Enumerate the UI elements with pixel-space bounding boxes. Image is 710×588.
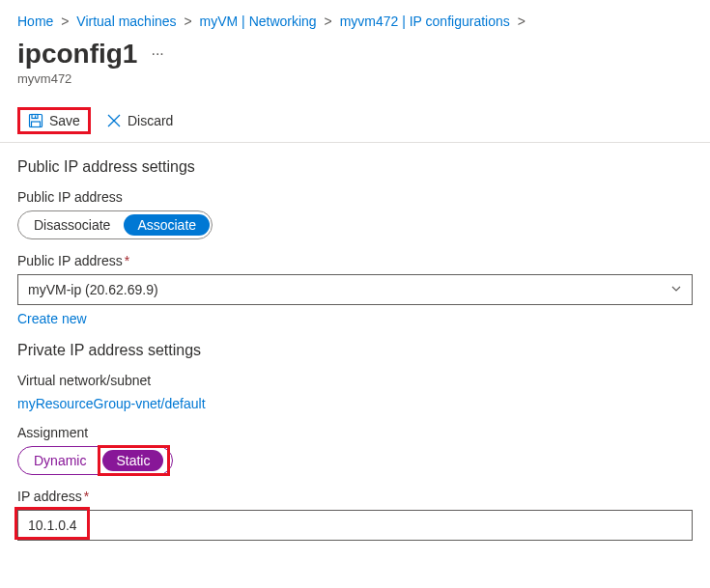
breadcrumb-sep: >	[184, 14, 191, 29]
svg-rect-2	[32, 122, 41, 127]
vnet-link[interactable]: myResourceGroup-vnet/default	[17, 396, 206, 411]
breadcrumb-ipconfigs[interactable]: myvm472 | IP configurations	[340, 14, 510, 29]
assignment-toggle[interactable]: Dynamic Static	[17, 446, 173, 475]
public-ip-dropdown-label: Public IP address*	[17, 253, 693, 268]
breadcrumb-vms[interactable]: Virtual machines	[76, 14, 176, 29]
save-label: Save	[49, 113, 80, 128]
associate-pill[interactable]: Associate	[124, 214, 210, 236]
save-button[interactable]: Save	[17, 107, 91, 134]
close-icon	[106, 113, 122, 128]
public-ip-toggle[interactable]: Disassociate Associate	[17, 210, 213, 239]
breadcrumb-sep: >	[325, 14, 332, 29]
ip-address-input[interactable]	[17, 510, 693, 541]
page-title: ipconfig1	[17, 39, 137, 70]
create-new-link[interactable]: Create new	[17, 311, 87, 326]
required-asterisk: *	[125, 253, 129, 268]
dynamic-pill[interactable]: Dynamic	[20, 450, 99, 471]
static-highlight: Static	[98, 445, 170, 476]
public-ip-heading: Public IP address settings	[17, 158, 693, 176]
chevron-down-icon	[670, 283, 682, 297]
public-ip-select[interactable]: myVM-ip (20.62.69.9)	[17, 274, 693, 305]
disassociate-pill[interactable]: Disassociate	[20, 214, 124, 236]
vnet-label: Virtual network/subnet	[17, 373, 693, 388]
ip-address-field-container	[17, 510, 693, 541]
discard-label: Discard	[128, 113, 173, 128]
public-ip-label: Public IP address	[17, 189, 693, 205]
static-pill[interactable]: Static	[102, 450, 163, 471]
ip-address-label: IP address*	[17, 489, 693, 504]
page-title-row: ipconfig1 ···	[0, 37, 710, 71]
public-ip-select-value: myVM-ip (20.62.69.9)	[28, 282, 158, 297]
breadcrumb-networking[interactable]: myVM | Networking	[200, 14, 317, 29]
discard-button[interactable]: Discard	[99, 109, 181, 132]
breadcrumb: Home > Virtual machines > myVM | Network…	[0, 0, 710, 37]
breadcrumb-sep: >	[61, 14, 69, 29]
save-icon	[28, 113, 43, 128]
breadcrumb-home[interactable]: Home	[17, 14, 53, 29]
more-icon[interactable]: ···	[151, 45, 163, 63]
breadcrumb-sep: >	[518, 14, 525, 29]
page-subtitle: myvm472	[0, 71, 710, 99]
toolbar: Save Discard	[0, 99, 710, 143]
assignment-label: Assignment	[17, 425, 693, 440]
private-ip-heading: Private IP address settings	[17, 342, 693, 359]
content: Public IP address settings Public IP add…	[0, 143, 710, 556]
required-asterisk: *	[84, 489, 89, 504]
